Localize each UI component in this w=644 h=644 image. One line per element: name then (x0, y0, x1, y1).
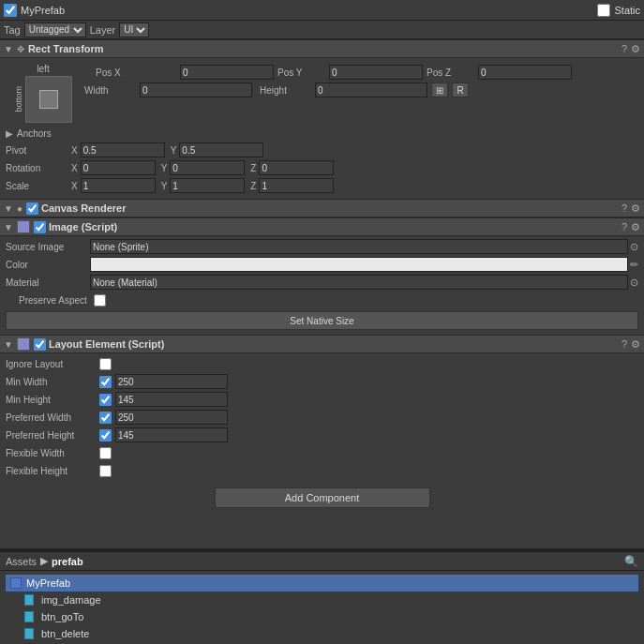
asset-search-icon[interactable]: 🔍 (624, 555, 638, 568)
list-item[interactable]: btn_goTo (6, 608, 638, 625)
min-width-checkbox[interactable] (99, 376, 112, 388)
rect-transform-help-icon[interactable]: ? (622, 43, 627, 54)
posx-label: Pos X (96, 67, 180, 78)
btn-delete-label: btn_delete (41, 628, 89, 639)
min-height-row: Min Height (0, 391, 644, 408)
height-input[interactable] (315, 82, 427, 97)
scale-z-input[interactable] (259, 178, 334, 193)
scale-y-input[interactable] (170, 178, 245, 193)
rotation-label: Rotation (6, 163, 71, 173)
posz-input[interactable] (478, 65, 572, 80)
asset-list: MyPrefab img_damage btn_goTo btn_delete (0, 571, 644, 644)
source-image-input[interactable] (90, 239, 628, 254)
btn-delete-icon (24, 627, 37, 640)
set-native-size-btn[interactable]: Set Native Size (6, 311, 638, 330)
sub-icon (24, 611, 34, 622)
min-height-checkbox[interactable] (99, 394, 112, 406)
canvas-renderer-checkbox[interactable] (26, 202, 38, 215)
width-input[interactable] (140, 82, 252, 97)
material-label: Material (6, 277, 90, 288)
layout-element-section-header[interactable]: ▼ Layout Element (Script) ? ⚙ (0, 335, 644, 353)
btn-goto-label: btn_goTo (41, 611, 83, 622)
width-label: Width (84, 85, 136, 96)
source-image-row: Source Image ⊙ (0, 238, 644, 255)
pivot-x-axis: X (71, 145, 78, 156)
top-bar: MyPrefab Static (0, 0, 644, 21)
layout-element-content: Ignore Layout Min Width Min Height Prefe… (0, 353, 644, 517)
rot-z-input[interactable] (259, 160, 334, 175)
img-damage-label: img_damage (41, 594, 101, 606)
pivot-y-input[interactable] (179, 142, 263, 157)
source-image-label: Source Image (6, 242, 90, 252)
rect-transform-title: Rect Transform (28, 43, 618, 54)
preserve-aspect-checkbox[interactable] (94, 294, 106, 307)
anchor-box-inner (39, 90, 58, 109)
canvas-renderer-settings-icon[interactable]: ⚙ (631, 202, 640, 215)
ignore-layout-checkbox[interactable] (99, 358, 112, 370)
breadcrumb-current[interactable]: prefab (52, 556, 83, 567)
scale-x-input[interactable] (81, 178, 156, 193)
list-item[interactable]: MyPrefab (6, 575, 638, 592)
anchor-box[interactable] (25, 76, 72, 123)
grid-icon-btn[interactable]: ⊞ (431, 82, 448, 97)
rect-transform-settings-icon[interactable]: ⚙ (631, 43, 640, 55)
preferred-width-label: Preferred Width (6, 412, 99, 423)
min-height-input[interactable] (115, 392, 228, 407)
tag-layer-row: Tag Untagged Layer UI (0, 21, 644, 39)
layout-element-checkbox[interactable] (34, 338, 46, 351)
source-image-picker-icon[interactable]: ⊙ (630, 241, 638, 253)
prefab-active-checkbox[interactable] (4, 4, 17, 17)
btn-goto-icon (24, 610, 37, 623)
flexible-height-label: Flexible Height (6, 466, 99, 476)
rect-transform-section-header[interactable]: ▼ ✥ Rect Transform ? ⚙ (0, 39, 644, 58)
tag-select[interactable]: Untagged (24, 22, 86, 37)
color-pencil-icon[interactable]: ✏ (630, 259, 638, 271)
pivot-row: Pivot X Y (0, 142, 644, 158)
preferred-width-input[interactable] (115, 410, 228, 425)
add-component-btn[interactable]: Add Component (215, 487, 430, 508)
image-script-section-header[interactable]: ▼ Image (Script) ? ⚙ (0, 217, 644, 236)
rect-left-label: left (37, 64, 49, 74)
tag-label: Tag (4, 24, 21, 36)
min-width-row: Min Width (0, 373, 644, 390)
anchors-row[interactable]: ▶ Anchors (0, 125, 644, 142)
preferred-width-checkbox[interactable] (99, 412, 112, 424)
material-picker-icon[interactable]: ⊙ (630, 277, 638, 289)
image-script-help-icon[interactable]: ? (622, 221, 627, 232)
scale-y-axis: Y (161, 181, 168, 191)
image-script-content: Source Image ⊙ Color ✏ Material ⊙ Preser… (0, 236, 644, 335)
list-item[interactable]: btn_delete (6, 625, 638, 642)
asset-panel-toolbar: Assets ▶ prefab 🔍 (0, 552, 644, 571)
preferred-height-input[interactable] (115, 427, 228, 442)
layout-element-settings-icon[interactable]: ⚙ (631, 338, 640, 351)
layout-element-help-icon[interactable]: ? (622, 338, 627, 350)
breadcrumb-root[interactable]: Assets (6, 556, 37, 567)
posx-input[interactable] (180, 65, 274, 80)
material-input[interactable] (90, 275, 628, 290)
static-checkbox[interactable] (597, 4, 610, 17)
layer-select[interactable]: UI (119, 22, 149, 37)
preferred-height-checkbox[interactable] (99, 429, 112, 442)
sub-icon (24, 628, 34, 639)
list-item[interactable]: img_damage (6, 592, 638, 608)
preferred-height-row: Preferred Height (0, 427, 644, 443)
canvas-renderer-help-icon[interactable]: ? (622, 202, 627, 214)
pivot-x-input[interactable] (81, 142, 165, 157)
color-picker[interactable] (90, 257, 628, 272)
posy-input[interactable] (329, 65, 423, 80)
rot-y-input[interactable] (170, 160, 245, 175)
posz-label: Pos Z (427, 67, 478, 78)
asset-panel: Assets ▶ prefab 🔍 MyPrefab img_damage bt… (0, 550, 644, 644)
image-script-settings-icon[interactable]: ⚙ (631, 221, 640, 233)
image-script-checkbox[interactable] (34, 221, 46, 233)
image-script-icon (17, 220, 30, 233)
rot-x-input[interactable] (81, 160, 156, 175)
preserve-aspect-row: Preserve Aspect (0, 292, 644, 308)
flexible-width-checkbox[interactable] (99, 447, 112, 459)
rot-y-axis: Y (161, 163, 168, 173)
min-width-input[interactable] (115, 374, 228, 389)
pivot-xyz: X Y (71, 142, 263, 157)
flexible-height-checkbox[interactable] (99, 465, 112, 477)
canvas-renderer-section-header[interactable]: ▼ ● Canvas Renderer ? ⚙ (0, 199, 644, 217)
r-btn[interactable]: R (452, 82, 469, 97)
